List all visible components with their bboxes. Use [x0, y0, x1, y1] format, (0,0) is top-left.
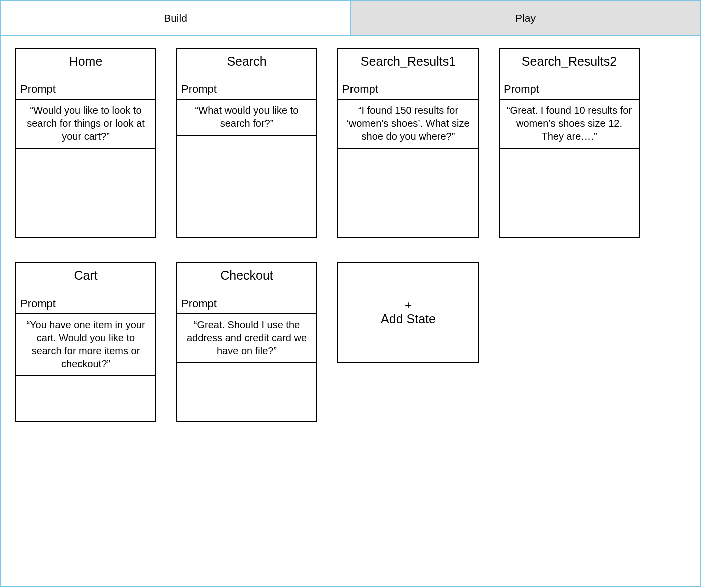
state-body — [177, 363, 316, 421]
state-card-checkout[interactable]: Checkout Prompt “Great. Should I use the… — [176, 262, 317, 422]
plus-icon: + — [405, 299, 412, 311]
state-body — [338, 149, 478, 237]
state-prompt-label: Prompt — [177, 81, 316, 100]
state-prompt-text: “What would you like to search for?” — [177, 100, 316, 136]
state-title: Search_Results2 — [500, 49, 639, 72]
state-card-search[interactable]: Search Prompt “What would you like to se… — [176, 48, 317, 238]
state-prompt-label: Prompt — [16, 81, 155, 100]
state-card-home[interactable]: Home Prompt “Would you like to look to s… — [15, 48, 156, 238]
state-canvas: Home Prompt “Would you like to look to s… — [0, 36, 701, 587]
tab-play[interactable]: Play — [351, 1, 700, 35]
add-state-button[interactable]: + Add State — [337, 262, 479, 363]
state-prompt-label: Prompt — [500, 81, 639, 100]
state-prompt-label: Prompt — [338, 81, 478, 100]
state-card-search-results1[interactable]: Search_Results1 Prompt “I found 150 resu… — [337, 48, 479, 238]
state-prompt-label: Prompt — [177, 295, 316, 314]
state-prompt-text: “Great. I found 10 results for women’s s… — [500, 100, 639, 149]
state-body — [16, 149, 155, 237]
state-prompt-text: “Would you like to look to search for th… — [16, 100, 155, 149]
state-prompt-text: “Great. Should I use the address and cre… — [177, 314, 316, 363]
add-state-label: Add State — [381, 311, 436, 326]
state-body — [16, 376, 155, 421]
tab-build[interactable]: Build — [1, 1, 351, 35]
state-prompt-text: “I found 150 results for ‘women’s shoes’… — [338, 100, 478, 149]
state-body — [177, 136, 316, 237]
state-title: Checkout — [177, 263, 316, 286]
state-body — [500, 149, 639, 237]
state-prompt-text: “You have one item in your cart. Would y… — [16, 314, 155, 376]
state-prompt-label: Prompt — [16, 295, 155, 314]
state-title: Cart — [16, 263, 155, 286]
state-title: Search_Results1 — [338, 49, 478, 72]
state-card-search-results2[interactable]: Search_Results2 Prompt “Great. I found 1… — [499, 48, 640, 238]
tab-bar: Build Play — [0, 0, 701, 36]
state-title: Search — [177, 49, 316, 72]
state-title: Home — [16, 49, 155, 72]
state-card-cart[interactable]: Cart Prompt “You have one item in your c… — [15, 262, 156, 422]
